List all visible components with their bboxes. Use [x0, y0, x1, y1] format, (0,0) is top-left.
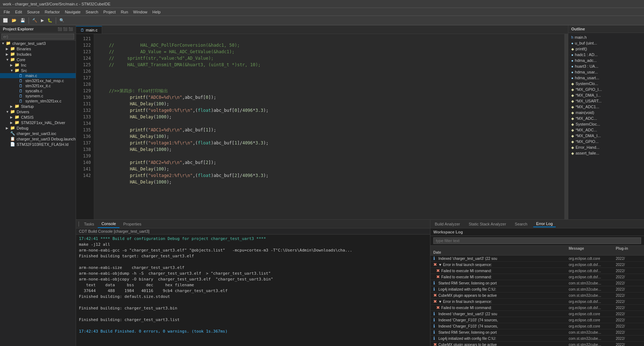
tree-arrow-src[interactable]: ▼: [10, 69, 14, 72]
tree-item-debug-folder[interactable]: ▶ 📁 Debug: [0, 125, 76, 131]
log-row-13[interactable]: ℹ Started RMI Server, listening on port …: [430, 329, 644, 336]
outline-item-mx-adc-3[interactable]: ◆ *MX_ADC...: [568, 127, 644, 133]
log-row-1[interactable]: ℹ Indexed 'charger_test_uart3' (22 sou o…: [430, 256, 644, 262]
tree-item-hal-msp[interactable]: ▶ 🗒 stm32f1xx_hal_msp.c: [0, 78, 76, 83]
bottom-tab-console[interactable]: Console: [98, 220, 119, 228]
tree-arrow-project[interactable]: ▼: [1, 42, 6, 45]
menu-help[interactable]: Help: [150, 9, 163, 15]
tree-arrow-includes[interactable]: ▶: [6, 52, 10, 56]
menu-source[interactable]: Source: [25, 9, 42, 15]
menu-refactor[interactable]: Refactor: [43, 9, 62, 15]
tree-arrow-hal-driver[interactable]: ▶: [10, 121, 14, 125]
toolbar-open[interactable]: 📂: [10, 17, 18, 24]
tree-item-src[interactable]: ▼ 📁 Src: [0, 68, 76, 73]
log-row-5[interactable]: ℹ Started RMI Server, listening on port …: [430, 280, 644, 286]
outline-item-main-h[interactable]: h main.h: [568, 34, 644, 40]
toolbar-search[interactable]: 🔍: [58, 17, 66, 24]
tree-item-core[interactable]: ▼ 📁 Core: [0, 57, 76, 62]
console-content[interactable]: 17:42:41 **** Build of configuration Deb…: [76, 235, 430, 346]
tree-item-startup[interactable]: ▶ 📁 Startup: [0, 104, 76, 109]
tree-arrow-cmsis[interactable]: ▶: [10, 115, 14, 119]
menu-search[interactable]: Search: [84, 9, 101, 15]
tree-item-sysmem[interactable]: ▶ 🗒 sysmem.c: [0, 93, 76, 98]
outline-item-mx-gpio-2[interactable]: ◆ *MX_GPIO...: [568, 139, 644, 144]
wp-filter-input[interactable]: [433, 237, 641, 244]
outline-item-mx-dma-2[interactable]: ◆ *MX_DMA_I...: [568, 133, 644, 139]
outline-item-error-hand[interactable]: ◆ Error_Hand...: [568, 144, 644, 150]
outline-item-printf[interactable]: ◆ printf(): [568, 46, 644, 52]
code-view[interactable]: // HAL_ADC_PollForConversion(&hadc1, 50)…: [94, 34, 564, 219]
log-row-10[interactable]: ℹ Indexed 'charger_test_uart3' (22 sou o…: [430, 311, 644, 317]
outline-item-hdma-adc[interactable]: ● hdma_adc...: [568, 58, 644, 63]
ln-138: 138: [79, 146, 91, 153]
tree-arrow-binaries[interactable]: ▶: [6, 47, 10, 51]
toolbar-new[interactable]: ⬜: [1, 17, 9, 24]
menu-navigate[interactable]: Navigate: [63, 9, 83, 15]
editor-scrollbar[interactable]: [564, 34, 568, 219]
log-row-7[interactable]: ✖ CubeMX plugin appears to be active com…: [430, 292, 644, 299]
outline-item-huart3[interactable]: ● huart3 : UA...: [568, 63, 644, 69]
menu-edit[interactable]: Edit: [13, 9, 24, 15]
tree-item-project[interactable]: ▼ 📁 charger_test_uart3: [0, 41, 76, 46]
log-row-9[interactable]: ✖ Failed to execute MI command: org.ecli…: [430, 305, 644, 311]
tree-item-binaries[interactable]: ▶ 📁 Binaries: [0, 46, 76, 51]
outline-item-mx-gpio[interactable]: ◆ *MX_GPIO_I...: [568, 86, 644, 92]
outline-item-ubuf[interactable]: ● u_buf (uint...: [568, 40, 644, 46]
outline-item-assert[interactable]: ◆ assert_faile...: [568, 150, 644, 156]
tree-item-ld[interactable]: ▶ 📄 STM32F103RETX_FLASH.ld: [0, 142, 76, 147]
menu-run[interactable]: Run: [119, 9, 130, 15]
pe-search[interactable]: [1, 34, 74, 39]
tree-item-includes[interactable]: ▶ 📁 Includes: [0, 51, 76, 57]
outline-item-mx-dma[interactable]: ◆ *MX_DMA_I...: [568, 92, 644, 98]
log-row-8[interactable]: ✖ ▼ Error in final launch sequence: org.…: [430, 299, 644, 305]
tree-item-syscalls[interactable]: ▶ 🗒 syscalls.c: [0, 88, 76, 93]
toolbar-save[interactable]: 💾: [19, 17, 27, 24]
log-row-3[interactable]: ✖ Failed to execute MI command: org.ecli…: [430, 268, 644, 274]
br-tab-error-log[interactable]: Error Log: [533, 221, 556, 227]
toolbar-run[interactable]: ▶: [39, 17, 45, 24]
outline-item-hadc1[interactable]: ● hadc1 : AD...: [568, 52, 644, 58]
tree-item-system[interactable]: ▶ 🗒 system_stm32f1xx.c: [0, 98, 76, 104]
log-row-2[interactable]: ✖ ▼ Error in final launch sequence: org.…: [430, 262, 644, 268]
tree-item-ioc[interactable]: ▶ 🔧 charger_test_uart3.ioc: [0, 131, 76, 136]
tree-arrow-inc[interactable]: ▶: [10, 63, 14, 67]
tree-item-it-c[interactable]: ▶ 🗒 stm32f1xx_it.c: [0, 83, 76, 88]
log-msg-7: CubeMX plugin appears to be active: [438, 294, 569, 298]
menu-window[interactable]: Window: [131, 9, 150, 15]
tab-main-c[interactable]: 🗒 main.c: [76, 26, 102, 34]
log-row-15[interactable]: ✖ CubeMX plugin appears to be active com…: [430, 342, 644, 346]
outline-item-sysclo[interactable]: ◆ SystemClo...: [568, 81, 644, 86]
tree-arrow-drivers[interactable]: ▼: [6, 110, 10, 114]
tree-arrow-core[interactable]: ▼: [6, 58, 10, 62]
tree-arrow-debug-folder[interactable]: ▶: [6, 126, 10, 130]
toolbar-debug[interactable]: 🐛: [46, 17, 54, 24]
outline-item-main-fn[interactable]: ◆ main(void): [568, 110, 644, 115]
bottom-tab-properties[interactable]: Properties: [119, 220, 145, 228]
tree-item-cmsis[interactable]: ▶ 📁 CMSIS: [0, 114, 76, 120]
log-row-12[interactable]: ℹ Indexed 'Charger_F103' (74 sources, or…: [430, 323, 644, 329]
bottom-tab-tasks[interactable]: Tasks: [80, 220, 98, 228]
tree-item-inc[interactable]: ▶ 📁 Inc: [0, 62, 76, 68]
outline-item-hdma-usar[interactable]: ● hdma_usar...: [568, 69, 644, 75]
outline-label-main-fn: main(void): [576, 110, 594, 115]
menu-project[interactable]: Project: [101, 9, 118, 15]
tree-item-drivers[interactable]: ▼ 📁 Drivers: [0, 109, 76, 114]
br-tab-search[interactable]: Search: [512, 221, 530, 227]
log-row-11[interactable]: ℹ Indexed 'Charger_F103' (74 sources, or…: [430, 317, 644, 323]
tree-item-launch[interactable]: ▶ 📋 charger_test_uart3 Debug.launch: [0, 136, 76, 142]
tree-item-main-c[interactable]: ▶ 🗒 main.c: [0, 73, 76, 78]
toolbar-build[interactable]: 🔨: [31, 17, 39, 24]
log-row-14[interactable]: ℹ Log4j initialized with config file C:\…: [430, 336, 644, 342]
outline-item-mx-adc1[interactable]: ◆ *MX_ADC1...: [568, 104, 644, 110]
outline-item-sysclock[interactable]: ◆ SystemCloc...: [568, 121, 644, 127]
log-row-4[interactable]: ✖ Failed to execute MI command: org.ecli…: [430, 274, 644, 280]
outline-item-mx-adc-2[interactable]: ◆ *MX_ADC...: [568, 115, 644, 121]
outline-item-mx-usart[interactable]: ◆ *MX_USART...: [568, 98, 644, 104]
tree-arrow-startup[interactable]: ▶: [10, 105, 14, 108]
menu-file[interactable]: File: [1, 9, 12, 15]
outline-item-hdma-usart[interactable]: ● hdma_usart...: [568, 75, 644, 81]
br-tab-static-stack[interactable]: Static Stack Analyzer: [466, 221, 509, 227]
tree-item-hal-driver[interactable]: ▶ 📁 STM32F1xx_HAL_Driver: [0, 120, 76, 125]
br-tab-build-analyzer[interactable]: Build Analyzer: [432, 221, 463, 227]
log-row-6[interactable]: ℹ Log4j initialized with config file C:\…: [430, 286, 644, 292]
